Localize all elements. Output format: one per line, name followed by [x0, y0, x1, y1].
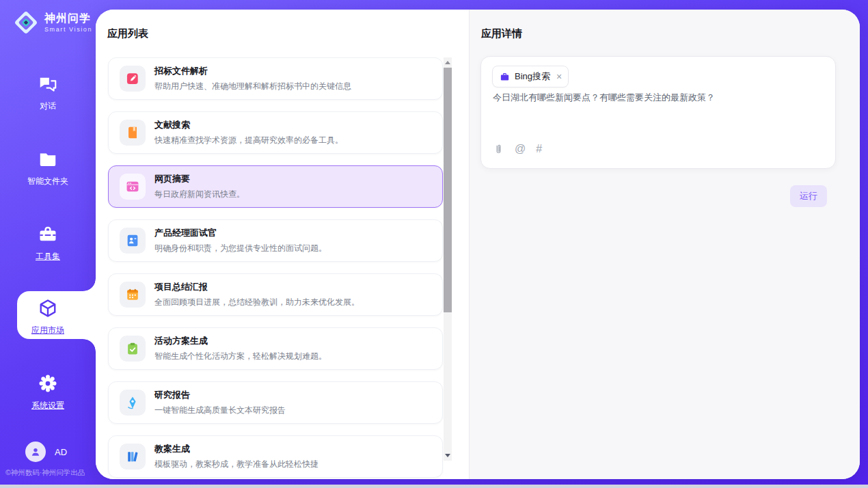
app-market-cube-icon	[38, 298, 58, 318]
app-description: 每日政府新闻资讯快查。	[154, 189, 245, 200]
lesson-plan-icon	[125, 449, 140, 464]
research-report-icon	[125, 395, 140, 410]
app-list-panel: 应用列表 招标文件解析帮助用户快速、准确地理解和解析招标书中的关键信息文献搜索快…	[96, 10, 469, 479]
app-detail-title: 应用详情	[481, 27, 522, 40]
app-name: 产品经理面试官	[154, 227, 327, 239]
app-description: 快速精准查找学术资源，提高研究效率的必备工具。	[154, 135, 343, 146]
copyright-footer: ©神州数码·神州问学出品	[5, 468, 108, 478]
attachment-icon[interactable]	[493, 144, 504, 155]
app-window: 神州问学 Smart Vision 对话智能文件夹工具集应用市场系统设置 AD …	[0, 0, 868, 488]
scroll-up-icon[interactable]	[445, 61, 450, 64]
app-list-title: 应用列表	[107, 27, 148, 40]
scrollbar-thumb[interactable]	[444, 68, 452, 312]
brand-subtitle: Smart Vision	[44, 26, 92, 33]
app-description: 一键智能生成高质量长文本研究报告	[154, 405, 286, 416]
app-list-item[interactable]: 活动方案生成智能生成个性化活动方案，轻松解决规划难题。	[108, 327, 443, 370]
tool-tag-bing-search[interactable]: Bing搜索 ×	[492, 66, 569, 87]
user-initials: AD	[55, 447, 67, 457]
app-list-item[interactable]: 招标文件解析帮助用户快速、准确地理解和解析招标书中的关键信息	[108, 57, 443, 100]
app-name: 招标文件解析	[154, 65, 351, 77]
app-detail-panel: 应用详情 Bing搜索 × 今日湖北有哪些新闻要点？有哪些需要关注的最新政策？ …	[469, 10, 860, 479]
settings-gear-icon	[38, 373, 58, 394]
app-description: 智能生成个性化活动方案，轻松解决规划难题。	[154, 351, 327, 362]
hash-icon[interactable]: #	[536, 143, 542, 155]
sidebar-item-label: 智能文件夹	[27, 176, 68, 187]
webpage-summary-icon	[125, 179, 140, 194]
app-icon-container	[120, 390, 146, 416]
app-list-item[interactable]: 文献搜索快速精准查找学术资源，提高研究效率的必备工具。	[108, 111, 443, 154]
literature-book-icon	[125, 125, 140, 140]
avatar	[25, 442, 46, 462]
sidebar-item-chat[interactable]: 对话	[0, 74, 96, 118]
chat-icon	[38, 74, 58, 94]
app-list-item[interactable]: 项目总结汇报全面回顾项目进展，总结经验教训，助力未来优化发展。	[108, 273, 443, 316]
sidebar-item-label: 系统设置	[31, 400, 64, 411]
prism-diamond-icon	[12, 9, 40, 36]
app-name: 教案生成	[154, 443, 318, 455]
sidebar-item-toolbox[interactable]: 工具集	[0, 224, 96, 268]
app-icon-container	[120, 336, 146, 362]
sidebar-item-label: 应用市场	[31, 325, 64, 336]
app-list-item[interactable]: 产品经理面试官明确身份和职责，为您提供专业性的面试问题。	[108, 219, 443, 262]
app-list-item[interactable]: 教案生成模板驱动，教案秒成，教学准备从此轻松快捷	[108, 435, 443, 478]
main-content: 应用列表 招标文件解析帮助用户快速、准确地理解和解析招标书中的关键信息文献搜索快…	[96, 10, 860, 479]
pm-interview-icon	[125, 233, 140, 248]
smart-folder-icon	[38, 149, 58, 170]
sidebar-item-settings-gear[interactable]: 系统设置	[0, 373, 96, 417]
sidebar-item-label: 对话	[40, 100, 56, 112]
app-description: 帮助用户快速、准确地理解和解析招标书中的关键信息	[154, 81, 351, 92]
app-name: 活动方案生成	[154, 335, 327, 347]
scroll-down-icon[interactable]	[445, 454, 450, 457]
app-icon-container	[120, 66, 146, 92]
app-icon-container	[120, 228, 146, 254]
project-report-icon	[125, 287, 140, 302]
app-name: 项目总结汇报	[154, 281, 360, 293]
sidebar-item-label: 工具集	[36, 251, 60, 262]
tool-tag-label: Bing搜索	[515, 70, 550, 83]
sidebar-item-app-market-cube[interactable]: 应用市场	[0, 298, 96, 342]
app-icon-container	[120, 282, 146, 308]
run-button[interactable]: 运行	[790, 185, 827, 207]
app-list-item[interactable]: 网页摘要每日政府新闻资讯快查。	[108, 165, 443, 208]
app-name: 文献搜索	[154, 119, 343, 131]
app-icon-container	[120, 120, 146, 146]
bid-document-icon	[125, 71, 140, 86]
app-description: 全面回顾项目进展，总结经验教训，助力未来优化发展。	[154, 297, 360, 308]
sidebar: 神州问学 Smart Vision 对话智能文件夹工具集应用市场系统设置 AD …	[0, 0, 96, 488]
briefcase-icon	[500, 72, 510, 82]
scrollbar[interactable]	[444, 57, 452, 461]
app-description: 明确身份和职责，为您提供专业性的面试问题。	[154, 243, 327, 254]
app-description: 模板驱动，教案秒成，教学准备从此轻松快捷	[154, 459, 318, 470]
app-list-item[interactable]: 研究报告一键智能生成高质量长文本研究报告	[108, 381, 443, 424]
tag-close-icon[interactable]: ×	[556, 72, 562, 81]
activity-plan-icon	[125, 341, 140, 356]
bottom-strip	[0, 485, 868, 488]
person-icon	[29, 446, 42, 458]
mention-icon[interactable]: @	[515, 143, 526, 155]
brand-name: 神州问学	[44, 12, 92, 25]
prompt-card: Bing搜索 × 今日湖北有哪些新闻要点？有哪些需要关注的最新政策？ @#	[480, 56, 836, 169]
user-profile[interactable]: AD	[25, 442, 67, 462]
brand-logo: 神州问学 Smart Vision	[12, 9, 92, 36]
app-name: 研究报告	[154, 389, 286, 401]
app-name: 网页摘要	[154, 173, 245, 185]
toolbox-icon	[38, 224, 58, 245]
attachment-icon	[493, 144, 504, 155]
app-icon-container	[120, 444, 146, 470]
prompt-input[interactable]: 今日湖北有哪些新闻要点？有哪些需要关注的最新政策？	[493, 91, 822, 105]
sidebar-item-smart-folder[interactable]: 智能文件夹	[0, 149, 96, 193]
app-icon-container	[120, 174, 146, 200]
